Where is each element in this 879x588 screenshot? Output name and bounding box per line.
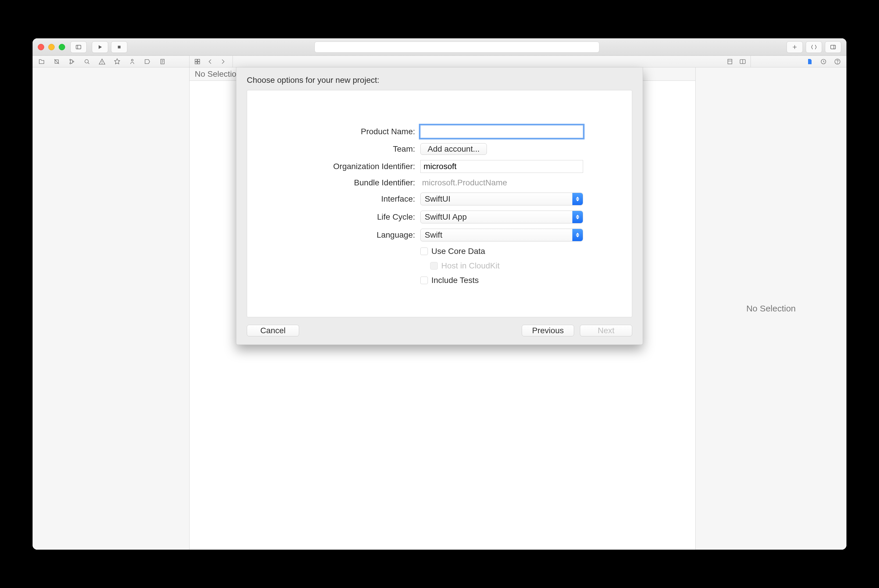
symbol-navigator-icon[interactable]: [68, 58, 75, 65]
history-inspector-icon[interactable]: [820, 58, 827, 65]
svg-marker-2: [99, 45, 102, 49]
org-id-input[interactable]: [420, 160, 583, 173]
svg-point-32: [837, 63, 837, 63]
svg-point-16: [102, 63, 102, 63]
lifecycle-label: Life Cycle:: [296, 212, 415, 222]
sheet-footer: Cancel Previous Next: [247, 317, 632, 336]
close-icon[interactable]: [38, 44, 44, 50]
product-name-input[interactable]: [420, 125, 583, 138]
breakpoint-navigator-icon[interactable]: [144, 58, 151, 65]
activity-viewer[interactable]: [314, 42, 600, 52]
svg-point-10: [70, 59, 71, 60]
chevron-updown-icon: [572, 193, 583, 205]
stop-button[interactable]: [111, 41, 127, 53]
editor-options-icon[interactable]: [726, 58, 734, 65]
svg-rect-24: [195, 62, 197, 64]
navigator-toolbar: [33, 56, 846, 68]
language-dropdown[interactable]: Swift: [420, 229, 583, 242]
toggle-inspectors-button[interactable]: [825, 41, 841, 53]
svg-rect-23: [198, 59, 200, 61]
svg-rect-22: [195, 59, 197, 61]
report-navigator-icon[interactable]: [159, 58, 166, 65]
bundle-id-value: microsoft.ProductName: [420, 178, 583, 188]
use-core-data-label: Use Core Data: [431, 247, 485, 256]
source-control-navigator-icon[interactable]: [53, 58, 60, 65]
host-cloudkit-label: Host in CloudKit: [441, 261, 500, 270]
form-panel: Product Name: Team: Add account... Organ…: [247, 90, 632, 317]
product-name-label: Product Name:: [296, 127, 415, 136]
library-button[interactable]: [787, 41, 803, 53]
next-button: Next: [580, 325, 632, 336]
nav-back-icon[interactable]: [206, 58, 214, 65]
org-id-label: Organization Identifier:: [296, 162, 415, 171]
svg-rect-26: [728, 59, 732, 64]
include-tests-checkbox[interactable]: [420, 277, 428, 284]
find-navigator-icon[interactable]: [83, 58, 91, 65]
svg-rect-0: [76, 45, 81, 49]
include-tests-label: Include Tests: [431, 276, 479, 285]
jump-bar-text: No Selection: [195, 69, 241, 79]
bundle-id-label: Bundle Identifier:: [296, 178, 415, 188]
svg-rect-25: [198, 62, 200, 64]
issue-navigator-icon[interactable]: [98, 58, 106, 65]
svg-rect-6: [831, 45, 836, 49]
language-label: Language:: [296, 230, 415, 240]
inspector-panel: No Selection: [695, 68, 846, 550]
toggle-navigator-button[interactable]: [71, 41, 87, 53]
chevron-updown-icon: [572, 229, 583, 241]
test-navigator-icon[interactable]: [113, 58, 121, 65]
svg-point-11: [70, 63, 71, 64]
zoom-icon[interactable]: [59, 44, 65, 50]
debug-navigator-icon[interactable]: [128, 58, 136, 65]
lifecycle-selected: SwiftUI App: [425, 212, 467, 222]
xcode-window: No Selection No Selection Choose options…: [33, 38, 846, 550]
quick-help-icon[interactable]: [834, 58, 841, 65]
window-controls: [38, 44, 65, 50]
svg-point-17: [131, 59, 133, 61]
project-navigator-icon[interactable]: [38, 58, 45, 65]
navigator-panel: [33, 68, 189, 550]
nav-forward-icon[interactable]: [219, 58, 227, 65]
related-items-icon[interactable]: [194, 58, 201, 65]
cancel-button[interactable]: Cancel: [247, 325, 299, 336]
host-cloudkit-checkbox: [430, 262, 438, 270]
svg-line-14: [88, 63, 90, 64]
run-button[interactable]: [92, 41, 108, 53]
interface-label: Interface:: [296, 194, 415, 204]
adjust-editor-icon[interactable]: [739, 58, 747, 65]
language-selected: Swift: [425, 230, 442, 240]
use-core-data-checkbox[interactable]: [420, 248, 428, 255]
file-inspector-icon[interactable]: [806, 58, 813, 65]
code-review-button[interactable]: [806, 41, 822, 53]
minimize-icon[interactable]: [48, 44, 55, 50]
previous-button[interactable]: Previous: [522, 325, 574, 336]
new-project-options-sheet: Choose options for your new project: Pro…: [236, 68, 643, 345]
titlebar: [33, 38, 846, 56]
inspector-placeholder: No Selection: [746, 304, 796, 314]
interface-selected: SwiftUI: [425, 194, 451, 204]
svg-rect-3: [118, 46, 120, 48]
add-account-button[interactable]: Add account...: [420, 143, 487, 155]
sheet-title: Choose options for your new project:: [247, 75, 632, 85]
interface-dropdown[interactable]: SwiftUI: [420, 193, 583, 206]
team-label: Team:: [296, 144, 415, 154]
chevron-updown-icon: [572, 211, 583, 223]
svg-point-13: [85, 60, 89, 63]
lifecycle-dropdown[interactable]: SwiftUI App: [420, 211, 583, 224]
